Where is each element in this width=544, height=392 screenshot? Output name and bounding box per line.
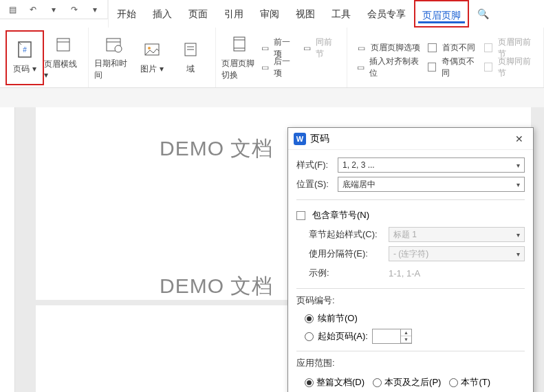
document-text: DEMO 文档 [160,135,273,163]
checkbox-icon [484,43,492,52]
tab-header-footer[interactable]: 页眉页脚 [414,0,469,28]
tab-member[interactable]: 会员专享 [359,0,414,28]
continue-previous-radio[interactable]: 续前节(O) [296,309,525,327]
position-select[interactable]: 底端居中▾ [338,177,525,192]
vertical-ruler [0,107,15,392]
scope-label: 应用范围: [296,357,525,369]
date-time-button[interactable]: 日期和时间 [94,30,133,85]
svg-rect-12 [234,37,245,51]
svg-point-8 [148,47,151,50]
spin-up-icon[interactable]: ▲ [401,329,411,336]
start-at-radio[interactable]: 起始页码(A): ▲▼ [296,327,525,345]
numbering-label: 页码编号: [296,294,525,307]
prev-item-button[interactable]: ▭ 前一项 [259,40,296,56]
ribbon-tabs: 开始 插入 页面 引用 审阅 视图 工具 会员专享 页眉页脚 🔍 [108,0,490,28]
first-page-different-checkbox[interactable]: 首页不同 [428,40,479,56]
undo-button[interactable]: ↶ [25,3,41,17]
radio-icon [305,314,314,323]
start-at-input[interactable]: ▲▼ [372,329,412,344]
next-item-button[interactable]: ▭ 后一项 [259,59,296,76]
chapter-style-select: 标题 1▾ [389,227,525,242]
header-footer-switch-button[interactable]: 页眉页脚切换 [221,30,257,85]
picture-button[interactable]: 图片 ▾ [133,30,171,85]
header-line-icon [54,35,73,54]
header-line-button[interactable]: 页眉横线 ▾ [44,30,83,85]
search-icon[interactable]: 🔍 [469,0,490,28]
more-quick-access[interactable]: ▾ [87,3,103,17]
picture-icon [142,40,162,59]
dialog-title: 页码 [310,133,507,145]
tab-insert[interactable]: 插入 [144,0,180,28]
tab-page[interactable]: 页面 [180,0,216,28]
radio-icon [305,332,314,341]
radio-icon [373,378,382,387]
example-label: 示例: [309,267,384,279]
chevron-down-icon: ▾ [516,181,520,188]
position-label: 位置(S): [296,178,334,190]
switch-icon [230,34,249,54]
radio-icon [305,378,314,387]
options-icon: ▭ [356,42,368,54]
checkbox-icon [484,63,492,72]
field-icon [181,40,200,59]
separator-select: - (连字符)▾ [389,246,525,261]
checkbox-icon [296,211,305,220]
ribbon: # 页码 ▾ 页眉横线 ▾ 日期和时间 图片 ▾ [0,28,544,88]
scope-current-radio[interactable]: 本页及之后(P) [373,376,441,389]
page-number-icon: # [15,40,34,59]
tab-reference[interactable]: 引用 [216,0,252,28]
same-as-previous-button: ▭ 同前节 [301,40,338,56]
tab-icon: ▭ [356,61,367,74]
format-select[interactable]: 1, 2, 3 ...▾ [338,157,525,173]
svg-point-6 [115,45,122,52]
tab-start[interactable]: 开始 [109,0,144,28]
insert-align-tab-button[interactable]: ▭ 插入对齐制表位 [356,59,422,76]
app-logo-icon: W [294,133,306,145]
odd-even-different-checkbox[interactable]: 奇偶页不同 [428,59,479,76]
footer-same-prev-checkbox: 页脚同前节 [484,59,535,76]
scope-whole-radio[interactable]: 整篇文档(D) [305,376,365,389]
tab-view[interactable]: 视图 [287,0,323,28]
calendar-icon [104,34,123,54]
example-value: 1-1, 1-A [389,268,420,279]
spin-down-icon[interactable]: ▼ [401,336,411,343]
next-icon: ▭ [259,61,270,74]
svg-rect-2 [57,39,69,51]
link-icon: ▭ [301,42,312,54]
redo-button[interactable]: ↷ [66,3,83,17]
checkbox-icon [428,43,437,52]
field-button[interactable]: 域 [171,30,210,85]
include-chapter-checkbox[interactable]: 包含章节号(N) [296,206,525,225]
chevron-down-icon[interactable]: ▾ [45,3,62,17]
header-same-prev-checkbox: 页眉同前节 [484,40,535,56]
chapter-style-label: 章节起始样式(C): [309,228,384,241]
header-footer-options-button[interactable]: ▭ 页眉页脚选项 [356,40,422,56]
page-number-dialog: W 页码 ✕ 样式(F): 1, 2, 3 ...▾ 位置(S): 底端居中▾ … [287,127,534,392]
chevron-down-icon: ▾ [516,250,520,258]
tab-review[interactable]: 审阅 [252,0,287,28]
checkbox-icon [428,63,436,72]
page-number-button[interactable]: # 页码 ▾ [6,30,44,85]
separator-label: 使用分隔符(E): [309,248,384,260]
scope-section-radio[interactable]: 本节(T) [449,376,490,389]
radio-icon [449,378,458,387]
chevron-down-icon: ▾ [516,231,520,239]
document-text: DEMO 文档 [160,272,273,301]
chevron-down-icon: ▾ [516,162,520,169]
close-button[interactable]: ✕ [511,133,527,144]
save-icon[interactable]: ▤ [4,3,21,17]
tab-tools[interactable]: 工具 [323,0,359,28]
svg-text:#: # [23,46,27,54]
prev-icon: ▭ [259,42,270,54]
format-label: 样式(F): [296,159,334,171]
